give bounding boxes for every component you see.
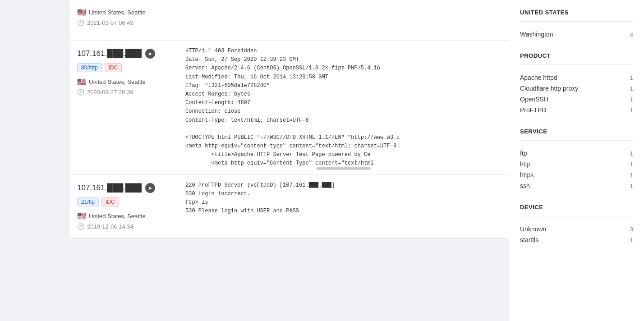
- org-tag-http[interactable]: IDC: [105, 63, 122, 72]
- org-tag-ftp[interactable]: IDC: [101, 197, 119, 206]
- sidebar-item-label-ftp: ftp: [520, 150, 527, 157]
- sidebar-item-label-http: http: [520, 160, 530, 168]
- timestamp-ftp: 2019-12-06 14:34: [87, 223, 133, 230]
- divider-united-states: [520, 21, 633, 22]
- sidebar-section-device: DEVICE Unknown 3 starttls 1: [520, 204, 633, 245]
- timestamp-http: 2020-09-27 20:39: [87, 89, 133, 96]
- location-http: 🇺🇸 United States, Seattle: [77, 78, 170, 86]
- card-right-ftp: 220 ProFTPD Server (vsFtpdD) [107.161.██…: [178, 175, 509, 238]
- sidebar-item-label-proftpd: ProFTPD: [520, 106, 546, 114]
- sidebar-item-label-openssh: OpenSSH: [520, 96, 548, 103]
- flag-icon-partial: 🇺🇸: [77, 8, 86, 17]
- sidebar-item-starttls[interactable]: starttls 1: [520, 234, 633, 245]
- port-tag-http[interactable]: 80/http: [77, 63, 102, 72]
- sidebar-item-proftpd[interactable]: ProFTPD 1: [520, 105, 633, 115]
- clock-icon-partial: 🕐: [77, 19, 84, 26]
- sidebar-item-count-unknown: 3: [630, 226, 633, 233]
- sidebar-item-count-starttls: 1: [630, 237, 633, 243]
- port-tag-ftp[interactable]: 21/ftp: [77, 197, 99, 206]
- ip-row-http: 107.161.███.███: [77, 49, 170, 59]
- scroll-indicator-http: [317, 167, 371, 170]
- location-text-ftp: United States, Seattle: [89, 213, 146, 220]
- scroll-bar-http[interactable]: [317, 167, 371, 170]
- ip-address-ftp: 107.161.███.███: [77, 183, 142, 193]
- sidebar-item-count-cloudflare: 1: [630, 85, 633, 92]
- sidebar-section-title-device: DEVICE: [520, 204, 633, 211]
- time-partial: 🕐 2021-03-07 06:49: [77, 19, 170, 26]
- location-partial: 🇺🇸 United States, Seattle: [77, 8, 170, 17]
- ip-row-ftp: 107.161.███.███: [77, 183, 170, 193]
- sidebar-item-cloudflare[interactable]: Cloudflare http proxy 1: [520, 83, 633, 94]
- sidebar-item-count-https: 1: [630, 172, 633, 179]
- tags-ftp: 21/ftp IDC: [77, 197, 170, 206]
- card-left-http: 107.161.███.███ 80/http IDC 🇺🇸 United St…: [70, 41, 178, 174]
- sidebar-item-label-starttls: starttls: [520, 236, 538, 243]
- sidebar-item-label-apache-httpd: Apache httpd: [520, 74, 557, 81]
- location-ftp: 🇺🇸 United States, Seattle: [77, 212, 170, 220]
- code-block-ftp: 220 ProFTPD Server (vsFtpdD) [107.161.██…: [185, 181, 501, 216]
- navigate-button-ftp[interactable]: [145, 183, 155, 193]
- sidebar-section-title-service: SERVICE: [520, 128, 633, 135]
- flag-icon-ftp: 🇺🇸: [77, 212, 86, 220]
- right-sidebar: UNITED STATES Washington 4 PRODUCT Apach…: [509, 0, 644, 321]
- sidebar-section-title-united-states: UNITED STATES: [520, 9, 633, 16]
- sidebar-item-https[interactable]: https 1: [520, 170, 633, 180]
- sidebar-item-ssh[interactable]: ssh 1: [520, 180, 633, 191]
- sidebar-item-label-ssh: ssh: [520, 182, 530, 189]
- sidebar-item-count-openssh: 1: [630, 96, 633, 103]
- sidebar-item-count-washington: 4: [630, 31, 633, 38]
- code-block-http: HTTP/1.1 403 Forbidden Date: Sun, 27 Sep…: [185, 47, 501, 168]
- sidebar-section-title-product: PRODUCT: [520, 52, 633, 59]
- sidebar-item-apache-httpd[interactable]: Apache httpd 1: [520, 72, 633, 83]
- navigate-button-http[interactable]: [145, 49, 155, 59]
- location-text-partial: United States, Seattle: [89, 9, 146, 16]
- card-left-partial: 🇺🇸 United States, Seattle 🕐 2021-03-07 0…: [70, 0, 178, 40]
- flag-icon-http: 🇺🇸: [77, 78, 86, 86]
- sidebar-item-count-apache-httpd: 1: [630, 74, 633, 81]
- divider-service: [520, 140, 633, 141]
- time-ftp: 🕐 2019-12-06 14:34: [77, 223, 170, 230]
- tags-http: 80/http IDC: [77, 63, 170, 72]
- card-right-partial: [178, 0, 509, 40]
- timestamp-partial: 2021-03-07 06:49: [87, 19, 133, 26]
- divider-device: [520, 216, 633, 216]
- time-http: 🕐 2020-09-27 20:39: [77, 89, 170, 96]
- sidebar-item-label-washington: Washington: [520, 31, 553, 38]
- ip-address-http: 107.161.███.███: [77, 49, 142, 58]
- card-right-http: HTTP/1.1 403 Forbidden Date: Sun, 27 Sep…: [178, 41, 509, 174]
- sidebar-item-count-proftpd: 1: [630, 107, 633, 114]
- sidebar-section-product: PRODUCT Apache httpd 1 Cloudflare http p…: [520, 52, 633, 115]
- sidebar-item-unknown[interactable]: Unknown 3: [520, 224, 633, 234]
- sidebar-item-count-ftp: 1: [630, 150, 633, 157]
- card-left-ftp: 107.161.███.███ 21/ftp IDC 🇺🇸 United Sta…: [70, 175, 178, 238]
- sidebar-item-openssh[interactable]: OpenSSH 1: [520, 94, 633, 105]
- sidebar-section-service: SERVICE ftp 1 http 1 https 1 ssh 1: [520, 128, 633, 191]
- location-text-http: United States, Seattle: [89, 78, 146, 85]
- sidebar-item-ftp[interactable]: ftp 1: [520, 148, 633, 159]
- divider-product: [520, 64, 633, 65]
- sidebar-item-label-cloudflare: Cloudflare http proxy: [520, 85, 578, 92]
- sidebar-section-united-states: UNITED STATES Washington 4: [520, 9, 633, 40]
- sidebar-item-label-unknown: Unknown: [520, 225, 546, 233]
- sidebar-item-label-https: https: [520, 171, 534, 179]
- sidebar-item-washington[interactable]: Washington 4: [520, 29, 633, 40]
- sidebar-item-http[interactable]: http 1: [520, 159, 633, 170]
- result-card-ftp: 107.161.███.███ 21/ftp IDC 🇺🇸 United Sta…: [70, 175, 509, 238]
- clock-icon-ftp: 🕐: [77, 223, 84, 230]
- sidebar-item-count-http: 1: [630, 161, 633, 168]
- result-card-partial: 🇺🇸 United States, Seattle 🕐 2021-03-07 0…: [70, 0, 509, 41]
- sidebar-item-count-ssh: 1: [630, 183, 633, 189]
- clock-icon-http: 🕐: [77, 89, 84, 96]
- result-card-http: 107.161.███.███ 80/http IDC 🇺🇸 United St…: [70, 41, 509, 175]
